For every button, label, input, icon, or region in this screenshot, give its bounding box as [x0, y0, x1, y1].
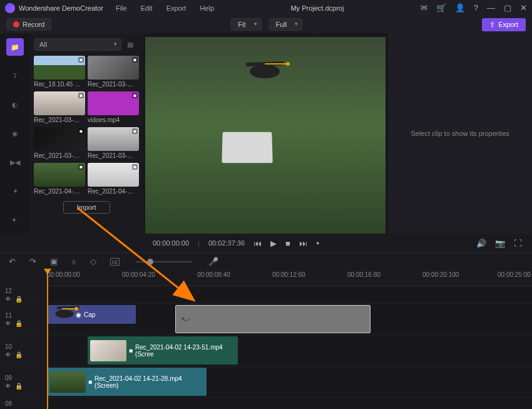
- cap-overlay: [246, 61, 284, 80]
- track-10: 10👁🔒 ■Rec_2021-04-02 14-23-51.mp4 (Scree: [0, 335, 532, 366]
- stop-icon[interactable]: ■: [285, 239, 290, 248]
- transition-tab-icon[interactable]: ▶◀: [6, 153, 24, 171]
- zoom-slider[interactable]: [136, 261, 192, 262]
- split-icon[interactable]: ⎀: [71, 257, 76, 266]
- media-thumb[interactable]: Rec_2021-03-29 09...: [34, 91, 85, 125]
- playback-bar: 00:00:00:00 | 00:02:37:36 ⏮ ▶ ■ ⏭ ● 🔊 📷 …: [145, 234, 529, 252]
- toolbar: Record Fit Full ⇪ Export: [0, 16, 532, 33]
- import-button[interactable]: Import: [63, 201, 110, 214]
- fit-select[interactable]: Fit: [231, 18, 261, 31]
- clip-thumbnail: [90, 340, 126, 361]
- main-menu: File Edit Export Help: [116, 4, 214, 12]
- marker-icon[interactable]: ●: [316, 240, 319, 246]
- pin-tab-icon[interactable]: ✦.: [6, 211, 24, 229]
- cart-icon[interactable]: 🛒: [436, 3, 446, 13]
- clip-video-09[interactable]: ■Rec_2021-04-02 14-21-28.mp4 (Screen): [47, 368, 207, 396]
- play-icon[interactable]: ▶: [270, 239, 277, 248]
- undo-icon[interactable]: ↶: [9, 257, 16, 266]
- current-time: 00:00:00:00: [153, 239, 189, 247]
- media-thumb[interactable]: Rec_2021-03-31 14...: [34, 127, 85, 160]
- next-frame-icon[interactable]: ⏭: [299, 239, 307, 248]
- media-panel: All ▦ Rec_18.10.45 2021... Rec_2021-03-2…: [30, 33, 143, 234]
- magic-tab-icon[interactable]: ✦: [6, 182, 24, 200]
- track-08: 08: [0, 398, 532, 409]
- help-icon[interactable]: ?: [474, 3, 478, 13]
- timeline-tracks: 12👁🔒 11👁🔒 ◉Cap ↖▫ 10👁🔒 ■Rec_2021-04-0: [0, 286, 532, 409]
- menu-file[interactable]: File: [116, 4, 127, 12]
- cap-icon: ◉: [76, 311, 81, 318]
- media-tab-icon[interactable]: 📁: [6, 38, 24, 56]
- maximize-icon[interactable]: ▢: [504, 3, 511, 13]
- media-thumb[interactable]: Rec_2021-03-31 16...: [88, 127, 139, 160]
- record-dot-icon: [13, 21, 19, 28]
- track-12: 12👁🔒: [0, 286, 532, 304]
- media-thumb[interactable]: Rec_2021-03-29 09...: [88, 56, 139, 89]
- mail-icon[interactable]: ✉: [421, 3, 427, 13]
- eye-icon[interactable]: 👁: [5, 383, 11, 390]
- export-button[interactable]: ⇪ Export: [482, 18, 526, 31]
- record-button[interactable]: Record: [6, 18, 51, 31]
- playhead[interactable]: [47, 270, 48, 409]
- lock-icon[interactable]: 🔒: [15, 296, 23, 303]
- menu-export[interactable]: Export: [166, 4, 187, 12]
- clip-thumbnail: [49, 371, 86, 393]
- snapshot-icon[interactable]: 📷: [495, 239, 505, 248]
- lock-icon[interactable]: 🔒: [15, 383, 23, 390]
- redo-icon[interactable]: ↷: [29, 257, 36, 266]
- project-title: My Project.dcproj: [214, 4, 421, 12]
- timeline-toolbar: ↶ ↷ ▣ ⎀ ◇ cc 🎤: [0, 252, 532, 270]
- app-logo: [5, 3, 15, 13]
- preview-image: [145, 37, 386, 234]
- clip-cap[interactable]: ◉Cap: [47, 305, 136, 324]
- track-11: 11👁🔒 ◉Cap ↖▫: [0, 304, 532, 335]
- media-thumb[interactable]: vidoes.mp4: [88, 91, 139, 125]
- close-icon[interactable]: ✕: [520, 3, 527, 13]
- menu-edit[interactable]: Edit: [141, 4, 153, 12]
- minimize-icon[interactable]: —: [487, 3, 495, 13]
- video-icon: ■: [129, 347, 133, 354]
- globe-tab-icon[interactable]: ◉: [6, 125, 24, 142]
- lock-icon[interactable]: 🔒: [15, 351, 23, 358]
- prev-frame-icon[interactable]: ⏮: [253, 239, 262, 248]
- app-name: Wondershare DemoCreator: [19, 4, 103, 12]
- timeline-ruler[interactable]: 00:00:00:00 00:00:04:20 00:00:08:40 00:0…: [47, 270, 532, 286]
- title-bar: Wondershare DemoCreator File Edit Export…: [0, 0, 532, 16]
- full-select[interactable]: Full: [269, 18, 303, 31]
- fullscreen-icon[interactable]: ⛶: [514, 239, 522, 248]
- grid-view-icon[interactable]: ▦: [127, 41, 133, 48]
- properties-panel: Select clip to show its properties: [388, 33, 532, 234]
- eye-icon[interactable]: 👁: [5, 296, 11, 303]
- crop-icon[interactable]: ▣: [50, 257, 58, 266]
- effects-tab-icon[interactable]: ◐: [6, 96, 24, 113]
- media-thumb[interactable]: Rec_2021-04-02 14...: [34, 163, 85, 196]
- mic-icon[interactable]: 🎤: [208, 257, 218, 266]
- cursor-icon: ↖▫: [181, 315, 190, 324]
- eye-icon[interactable]: 👁: [5, 351, 11, 358]
- eye-icon[interactable]: 👁: [5, 320, 11, 327]
- caption-icon[interactable]: cc: [110, 258, 120, 266]
- volume-icon[interactable]: 🔊: [476, 239, 486, 248]
- upload-icon: ⇪: [489, 21, 495, 29]
- preview-viewport[interactable]: [145, 37, 386, 234]
- media-filter-select[interactable]: All: [34, 38, 121, 51]
- media-thumb[interactable]: Rec_2021-04-02 14...: [88, 163, 139, 196]
- text-tab-icon[interactable]: T: [6, 67, 24, 85]
- track-09: 09👁🔒 ■Rec_2021-04-02 14-21-28.mp4 (Scree…: [0, 366, 532, 398]
- sidebar: 📁 T ◐ ◉ ▶◀ ✦ ✦.: [0, 33, 30, 234]
- marker-tool-icon[interactable]: ◇: [90, 257, 96, 266]
- clip-drop-target[interactable]: ↖▫: [175, 305, 371, 333]
- lock-icon[interactable]: 🔒: [15, 320, 23, 327]
- clip-video-10[interactable]: ■Rec_2021-04-02 14-23-51.mp4 (Scree: [88, 336, 238, 365]
- user-icon[interactable]: 👤: [455, 3, 465, 13]
- laptop-graphic: [222, 132, 272, 163]
- total-time: 00:02:37:36: [208, 239, 245, 247]
- video-icon: ■: [88, 378, 92, 385]
- media-thumb[interactable]: Rec_18.10.45 2021...: [34, 56, 85, 89]
- menu-help[interactable]: Help: [200, 4, 214, 12]
